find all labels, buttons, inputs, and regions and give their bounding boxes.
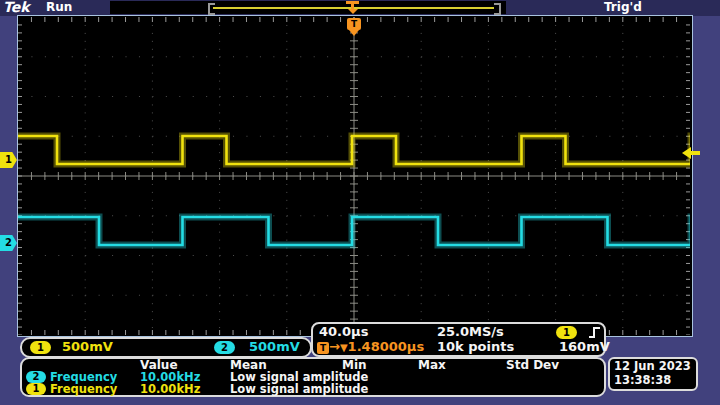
sample-rate: 25.0MS/s <box>437 325 504 339</box>
time-label: 13:38:38 <box>614 374 671 387</box>
top-bar: Tek Run Trig'd <box>0 0 720 16</box>
trigger-level-arrow-icon <box>682 147 691 159</box>
ch2-measure-badge: 2 <box>26 371 46 383</box>
trigger-marker-tip-icon <box>349 30 359 36</box>
channel-1-ground-marker: 1 <box>0 152 17 168</box>
measurement-note: Low signal amplitude <box>230 383 368 396</box>
trigger-level: 160mV <box>559 340 610 354</box>
trigger-status: Trig'd <box>604 1 642 14</box>
trigger-delay-down-icon: ▼ <box>340 342 348 353</box>
acquisition-status: Run <box>46 1 72 14</box>
ch1-badge: 1 <box>30 341 51 354</box>
horizontal-trigger-box: 40.0µs 25.0MS/s 1 T→▼1.48000µs 10k point… <box>311 322 606 357</box>
record-view-bar <box>110 1 506 14</box>
trigger-source-badge: 1 <box>556 326 577 339</box>
ch2-scale: 500mV <box>249 340 300 354</box>
view-window-bracket-left-icon <box>208 3 215 15</box>
channel-readout-bar: 1 500mV 2 500mV <box>20 337 312 358</box>
time-per-div: 40.0µs <box>319 325 368 339</box>
trigger-delay-arrow-icon: → <box>329 339 340 354</box>
trigger-level-arrow-tail <box>691 151 700 155</box>
oscilloscope-screen: Tek Run Trig'd T 1 2 1 500mV 2 500 <box>0 0 720 405</box>
measurements-panel: Value Mean Min Max Std Dev 2 Frequency 1… <box>20 357 606 397</box>
trigger-delay-value: 1.48000µs <box>348 339 425 354</box>
graticule-canvas <box>18 17 690 335</box>
measurement-name: Frequency <box>50 383 117 396</box>
date-label: 12 Jun 2023 <box>614 360 691 373</box>
measurement-row-ch1: 1 Frequency 10.00kHz Low signal amplitud… <box>22 383 602 395</box>
datetime-panel: 12 Jun 2023 13:38:38 <box>608 357 698 391</box>
measurement-value: 10.00kHz <box>140 383 200 396</box>
view-window-bracket-right-icon <box>494 3 501 15</box>
trigger-delay-t-icon: T <box>317 342 329 354</box>
trigger-slope-icon <box>587 325 603 340</box>
ch1-measure-badge: 1 <box>26 383 46 395</box>
trigger-position-bar-marker-icon <box>346 1 359 14</box>
ch1-scale: 500mV <box>62 340 113 354</box>
ch2-badge: 2 <box>214 341 235 354</box>
record-length: 10k points <box>437 340 514 354</box>
trigger-delay-readout: T→▼1.48000µs <box>317 340 424 354</box>
channel-2-ground-marker: 2 <box>0 235 17 251</box>
tek-logo: Tek <box>3 0 30 15</box>
trigger-t-box-icon: T <box>347 18 361 30</box>
